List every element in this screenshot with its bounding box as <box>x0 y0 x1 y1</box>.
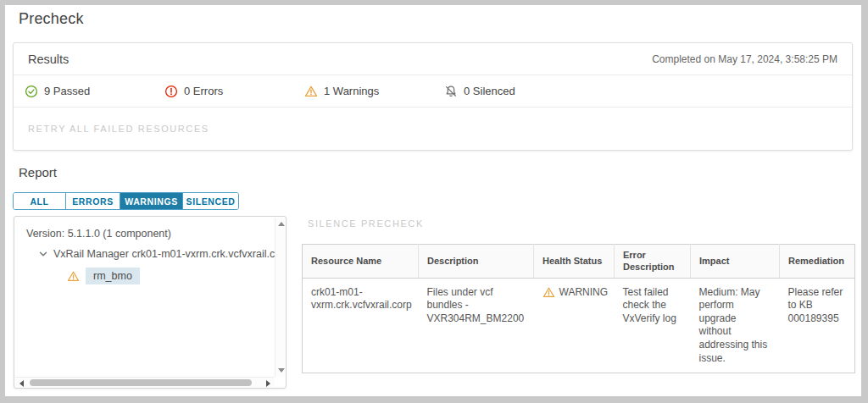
silence-precheck-button[interactable]: SILENCE PRECHECK <box>308 218 424 229</box>
scroll-left-icon[interactable] <box>19 380 24 387</box>
stat-passed: 9 Passed <box>25 85 164 98</box>
cell-description: Files under vcf bundles - VXR304RM_BM220… <box>419 278 534 373</box>
results-stats-row: 9 Passed 0 Errors 1 Warnings 0 Silenced <box>14 75 852 108</box>
triangle-warning-icon <box>67 270 80 283</box>
horizontal-scrollbar-thumb[interactable] <box>30 379 252 386</box>
cell-remediation: Please refer to KB 000189395 <box>780 278 855 373</box>
column-header-description: Description <box>419 245 534 279</box>
results-title: Results <box>28 52 69 66</box>
tab-errors[interactable]: ERRORS <box>65 193 120 209</box>
tree-version-line: Version: 5.1.1.0 (1 component) <box>26 228 171 240</box>
tree-node-vxrail-manager[interactable]: VxRail Manager crk01-m01-vxrm.crk.vcfvxr… <box>38 248 275 260</box>
column-header-error-description: Error Description <box>615 245 691 279</box>
scroll-up-icon[interactable] <box>278 222 285 226</box>
tree-item-rm-bmo[interactable]: rm_bmo <box>67 268 140 284</box>
cell-health-status: WARNING <box>534 278 615 373</box>
component-tree: Version: 5.1.1.0 (1 component) VxRail Ma… <box>14 217 275 377</box>
circle-error-icon <box>164 85 178 98</box>
page-title: Precheck <box>19 10 84 28</box>
horizontal-scrollbar[interactable] <box>15 377 275 387</box>
stat-errors: 0 Errors <box>164 85 304 98</box>
column-header-impact: Impact <box>691 245 780 279</box>
cell-error-description: Test failed check the VxVerify log <box>615 278 691 373</box>
cell-resource-name: crk01-m01-vxrm.crk.vcfvxrail.corp <box>303 278 419 373</box>
scroll-down-icon[interactable] <box>278 368 285 373</box>
report-filter-tabs: ALL ERRORS WARNINGS SILENCED <box>13 192 239 210</box>
tree-node-label: VxRail Manager crk01-m01-vxrm.crk.vcfvxr… <box>53 248 275 260</box>
retry-all-failed-resources-button[interactable]: RETRY ALL FAILED RESOURCES <box>28 124 209 134</box>
precheck-page: Precheck Results Completed on May 17, 20… <box>5 5 861 396</box>
table-row[interactable]: crk01-m01-vxrm.crk.vcfvxrail.corp Files … <box>303 278 855 373</box>
vertical-scrollbar[interactable] <box>275 218 285 377</box>
table-header-row: Resource Name Description Health Status … <box>303 245 855 279</box>
stat-silenced-label: 0 Silenced <box>464 85 515 97</box>
circle-check-icon <box>25 85 38 98</box>
tree-item-label: rm_bmo <box>86 268 140 284</box>
precheck-report-table: Resource Name Description Health Status … <box>302 244 855 373</box>
tab-silenced[interactable]: SILENCED <box>182 193 238 209</box>
component-tree-panel: Version: 5.1.1.0 (1 component) VxRail Ma… <box>14 216 287 389</box>
stat-errors-label: 0 Errors <box>184 85 223 97</box>
triangle-warning-icon <box>304 85 318 98</box>
tab-all[interactable]: ALL <box>14 193 65 209</box>
report-title: Report <box>19 165 57 179</box>
column-header-resource-name: Resource Name <box>303 245 419 279</box>
tab-warnings[interactable]: WARNINGS <box>120 193 182 209</box>
health-status-label: WARNING <box>559 286 609 300</box>
stat-passed-label: 9 Passed <box>44 85 90 97</box>
stat-warnings-label: 1 Warnings <box>324 85 379 97</box>
bell-slash-icon <box>444 85 458 98</box>
results-retry-row: RETRY ALL FAILED RESOURCES <box>14 108 852 150</box>
results-card: Results Completed on May 17, 2024, 3:58:… <box>13 42 853 151</box>
stat-warnings: 1 Warnings <box>304 85 444 98</box>
stat-silenced: 0 Silenced <box>444 85 584 98</box>
completed-timestamp: Completed on May 17, 2024, 3:58:25 PM <box>652 53 837 65</box>
scroll-right-icon[interactable] <box>266 380 270 387</box>
cell-impact: Medium: May perform upgrade without addr… <box>691 278 780 373</box>
column-header-health-status: Health Status <box>534 245 615 279</box>
results-header: Results Completed on May 17, 2024, 3:58:… <box>14 43 852 75</box>
column-header-remediation: Remediation <box>780 245 855 279</box>
chevron-down-icon[interactable] <box>38 249 48 259</box>
triangle-warning-icon <box>542 286 555 299</box>
